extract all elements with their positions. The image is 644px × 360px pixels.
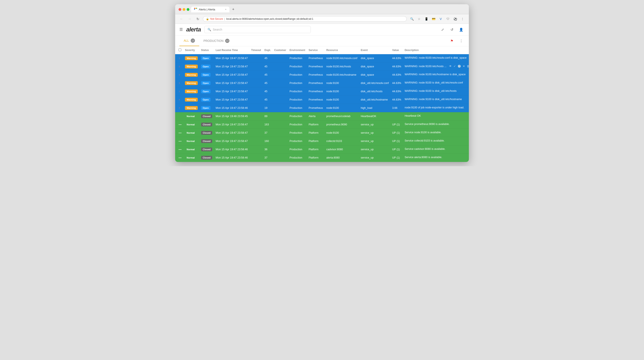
table-row[interactable]: ↑ Warning Open Mon 15 Apr 19:47 23:58:47…: [175, 54, 469, 62]
row-dupl-cell: 37: [263, 129, 273, 137]
row-time-cell: Mon 15 Apr 19:47 23:58:47: [214, 129, 250, 137]
row-severity-cell: Normal: [183, 121, 200, 129]
row-checkbox-cell: —: [175, 129, 183, 137]
row-timeout-cell: [250, 112, 262, 121]
traffic-lights: [178, 8, 190, 11]
vuetify-ext[interactable]: V: [438, 16, 444, 22]
new-tab-button[interactable]: +: [230, 6, 236, 12]
row-customer-cell: [273, 121, 288, 129]
minimize-traffic-light[interactable]: [182, 8, 185, 11]
row-resource-cell: node:9100: [324, 87, 359, 96]
fullscreen-button[interactable]: ⤢: [439, 26, 446, 33]
row-service-cell: Prometheus: [307, 62, 324, 71]
tab-title: Alerts | Alerta: [199, 8, 215, 11]
severity-badge: Warning: [185, 98, 198, 102]
row-customer-cell: [273, 96, 288, 104]
row-status-cell: Open: [200, 87, 214, 96]
maximize-traffic-light[interactable]: [187, 8, 190, 11]
tab-all[interactable]: ALL 13: [180, 35, 199, 46]
row-status-cell: Open: [200, 104, 214, 112]
svg-rect-0: [194, 8, 195, 9]
trend-indicator: ↑: [178, 98, 180, 101]
more-options-button[interactable]: ⋮: [458, 37, 464, 44]
row-timeout-cell: [250, 62, 262, 71]
table-row[interactable]: ↑ Warning Open Mon 15 Apr 19:47 23:58:46…: [175, 104, 469, 112]
row-status-cell: Closed: [200, 154, 214, 162]
refresh-button[interactable]: ↺: [448, 26, 455, 33]
browser-tab-active[interactable]: Alerts | Alerta ×: [191, 6, 230, 12]
row-checkbox-cell: ↑: [175, 71, 183, 79]
table-row[interactable]: ↑ Warning Open Mon 15 Apr 19:47 23:58:47…: [175, 96, 469, 104]
forward-button[interactable]: →: [187, 16, 192, 22]
url-bar[interactable]: 🔒 Not Secure | local.alerta.io:9080/aler…: [203, 16, 407, 22]
row-description: WARNING: node:9100:/etc/resolv.conf is d…: [404, 56, 466, 59]
alerts-table-container: Severity Status Last Receive Time Timeou…: [175, 46, 469, 162]
row-event-cell: service_up: [359, 137, 390, 145]
row-timeout-cell: [250, 96, 262, 104]
row-status-cell: Open: [200, 96, 214, 104]
search-action-button[interactable]: 🔍: [409, 16, 415, 22]
more-button[interactable]: ⋮: [460, 16, 466, 22]
table-row[interactable]: ↑ Warning Open Mon 15 Apr 19:47 23:58:47…: [175, 71, 469, 79]
row-event-cell: HeartbeatOK: [359, 112, 390, 121]
table-row[interactable]: — Normal Closed Mon 15 Apr 19:47 23:58:4…: [175, 145, 469, 154]
tab-production[interactable]: PRODUCTION 13: [199, 36, 234, 46]
row-time-cell: Mon 15 Apr 19:47 23:58:47: [214, 96, 250, 104]
watch-icon[interactable]: 👁: [449, 65, 452, 68]
row-status-cell: Closed: [200, 112, 214, 121]
ext2-button[interactable]: ⚽: [452, 16, 458, 22]
close-icon[interactable]: ✕: [463, 65, 465, 68]
trend-indicator: —: [178, 139, 182, 143]
tab-production-badge: 13: [225, 39, 230, 43]
row-resource-cell: cadvisor:8080: [324, 145, 359, 154]
row-service-cell: Prometheus: [307, 104, 324, 112]
status-badge: Closed: [201, 114, 212, 118]
col-header-dupl: Dupl.: [263, 46, 273, 54]
snooze-icon[interactable]: 🕐: [458, 65, 461, 68]
table-row[interactable]: — Normal Closed Mon 15 Apr 19:47 23:58:4…: [175, 129, 469, 137]
row-environment-cell: Production: [288, 71, 307, 79]
cast-button[interactable]: 📱: [423, 16, 429, 22]
table-row[interactable]: ↑ Warning Open Mon 15 Apr 19:47 23:58:47…: [175, 62, 469, 71]
row-checkbox-cell: —: [175, 145, 183, 154]
row-customer-cell: [273, 104, 288, 112]
ext-button[interactable]: 🛡: [445, 16, 451, 22]
row-event-cell: service_up: [359, 121, 390, 129]
account-button[interactable]: 👤: [458, 26, 464, 33]
table-row[interactable]: — Normal Closed Mon 15 Apr 19:47 23:58:4…: [175, 154, 469, 162]
tab-close-button[interactable]: ×: [225, 8, 226, 11]
row-status-cell: Open: [200, 54, 214, 62]
search-icon: 🔍: [208, 28, 211, 31]
tab-production-label: PRODUCTION: [204, 39, 224, 42]
wallet-button[interactable]: 💳: [430, 16, 436, 22]
col-header-description: Description: [403, 46, 469, 54]
severity-badge: Warning: [185, 73, 198, 77]
table-row[interactable]: ↑ Warning Open Mon 15 Apr 19:47 23:58:47…: [175, 79, 469, 87]
row-customer-cell: [273, 154, 288, 162]
table-row[interactable]: — Normal Closed Mon 15 Apr 19:47 23:58:4…: [175, 137, 469, 145]
url-security: Not Secure: [210, 17, 223, 20]
trend-indicator: —: [178, 148, 182, 151]
row-desc-cell: WARNING: node:9100:/etc/hostname is disk…: [403, 71, 469, 78]
reload-button[interactable]: ↻: [195, 16, 201, 22]
ack-icon[interactable]: ✓: [454, 65, 456, 68]
close-traffic-light[interactable]: [178, 8, 181, 11]
search-bar[interactable]: 🔍 Search: [204, 26, 311, 33]
row-severity-cell: Normal: [183, 145, 200, 154]
row-severity-cell: Normal: [183, 137, 200, 145]
filter-button[interactable]: ⚑: [448, 37, 455, 44]
bookmark-button[interactable]: ☆: [416, 16, 422, 22]
row-service-cell: Prometheus: [307, 79, 324, 87]
row-service-cell: Platform: [307, 137, 324, 145]
back-button[interactable]: ←: [178, 16, 184, 22]
delete-icon[interactable]: 🗑: [467, 65, 469, 68]
table-row[interactable]: ↑ Warning Open Mon 15 Apr 19:47 23:58:47…: [175, 87, 469, 96]
severity-badge: Normal: [185, 139, 196, 143]
table-row[interactable]: — Normal Closed Mon 15 Apr 19:47 23:58:4…: [175, 121, 469, 129]
table-row[interactable]: ↓ Normal Closed Mon 15 Apr 19:48 23:59:4…: [175, 112, 469, 121]
table-header-row: Severity Status Last Receive Time Timeou…: [175, 46, 469, 54]
select-all-checkbox[interactable]: [178, 48, 181, 51]
row-value-cell: [390, 112, 403, 121]
row-action-buttons: 👁 ✓ 🕐 ✕ 🗑 ⋮: [449, 65, 469, 68]
menu-button[interactable]: ☰: [180, 27, 183, 32]
